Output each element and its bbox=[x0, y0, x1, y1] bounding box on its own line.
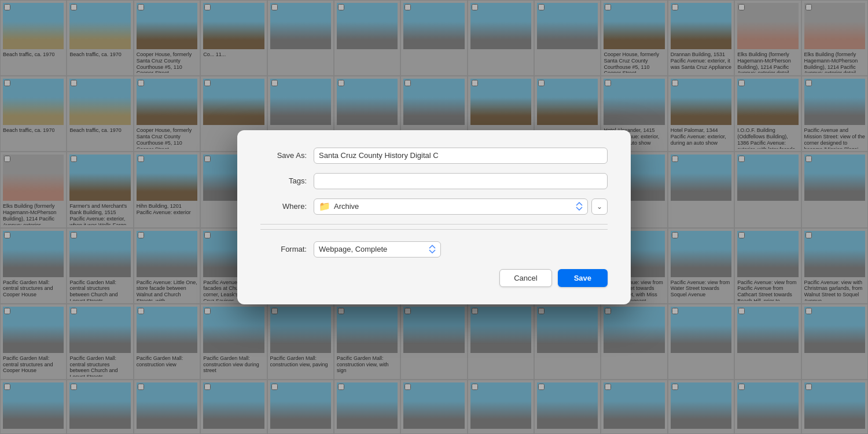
dialog-buttons: Cancel Save bbox=[260, 269, 608, 287]
format-label: Format: bbox=[260, 245, 307, 253]
format-stepper[interactable] bbox=[429, 245, 436, 253]
format-row: Format: Webpage, Complete bbox=[260, 229, 608, 258]
cancel-button[interactable]: Cancel bbox=[499, 269, 551, 287]
divider bbox=[260, 224, 608, 225]
chevron-up-icon bbox=[429, 245, 436, 249]
save-as-input[interactable] bbox=[314, 148, 608, 164]
where-select[interactable]: 📁 Archive bbox=[314, 198, 588, 215]
where-container: 📁 Archive ⌄ bbox=[314, 198, 608, 215]
where-expand-button[interactable]: ⌄ bbox=[591, 198, 608, 215]
folder-icon: 📁 bbox=[319, 201, 330, 212]
save-button[interactable]: Save bbox=[558, 269, 608, 287]
where-row: Where: 📁 Archive ⌄ bbox=[260, 198, 608, 215]
format-select[interactable]: Webpage, Complete bbox=[314, 241, 441, 258]
where-value: Archive bbox=[334, 202, 576, 211]
chevron-up-icon bbox=[576, 202, 583, 206]
modal-overlay: Save As: Tags: Where: 📁 Archive bbox=[0, 0, 868, 434]
save-as-label: Save As: bbox=[260, 151, 307, 160]
tags-row: Tags: bbox=[260, 173, 608, 189]
chevron-down-icon bbox=[576, 207, 583, 211]
tags-input[interactable] bbox=[314, 173, 608, 189]
where-stepper[interactable] bbox=[576, 202, 583, 211]
chevron-down-icon bbox=[429, 249, 436, 253]
chevron-down-icon: ⌄ bbox=[597, 203, 602, 211]
where-label: Where: bbox=[260, 202, 307, 211]
save-as-row: Save As: bbox=[260, 148, 608, 164]
tags-label: Tags: bbox=[260, 176, 307, 185]
format-value: Webpage, Complete bbox=[319, 245, 429, 253]
save-dialog: Save As: Tags: Where: 📁 Archive bbox=[237, 130, 631, 304]
